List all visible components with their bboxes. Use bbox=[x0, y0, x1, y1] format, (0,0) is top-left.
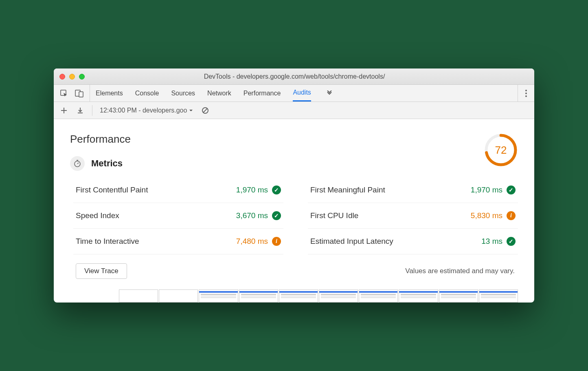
clear-icon[interactable] bbox=[201, 106, 210, 115]
window-title: DevTools - developers.google.com/web/too… bbox=[93, 73, 529, 80]
score-value: 72 bbox=[484, 133, 518, 167]
panel-tabs: Elements Console Sources Network Perform… bbox=[90, 85, 518, 102]
metric-name: Estimated Input Latency bbox=[310, 237, 393, 246]
tabbar-left-tools bbox=[54, 85, 90, 102]
metric-value: 1,970 ms✓ bbox=[471, 186, 516, 194]
kebab-menu-icon[interactable] bbox=[525, 90, 527, 97]
minimize-icon[interactable] bbox=[69, 74, 75, 80]
filmstrip-frame[interactable] bbox=[399, 289, 438, 303]
devtools-tabbar: Elements Console Sources Network Perform… bbox=[54, 85, 534, 102]
audits-toolbar: 12:43:00 PM - developers.goo bbox=[54, 102, 534, 119]
filmstrip-frame[interactable] bbox=[319, 289, 358, 303]
tab-network[interactable]: Network bbox=[207, 85, 231, 102]
metric-value: 5,830 msi bbox=[471, 211, 516, 220]
filmstrip-frame[interactable] bbox=[359, 289, 398, 303]
download-icon[interactable] bbox=[76, 106, 85, 115]
stopwatch-icon bbox=[70, 156, 85, 171]
check-icon: ✓ bbox=[507, 237, 516, 246]
check-icon: ✓ bbox=[272, 211, 281, 220]
report-selector-dropdown[interactable]: 12:43:00 PM - developers.goo bbox=[100, 107, 193, 114]
metric-name: First Meaningful Paint bbox=[310, 186, 385, 194]
report-selector-label: 12:43:00 PM - developers.goo bbox=[100, 107, 187, 114]
filmstrip-frame[interactable] bbox=[439, 289, 478, 303]
metric-row: Time to Interactive7,480 msi bbox=[73, 228, 283, 254]
info-icon: i bbox=[507, 211, 516, 220]
view-trace-button[interactable]: View Trace bbox=[76, 263, 127, 279]
metric-row: First CPU Idle5,830 msi bbox=[308, 203, 518, 228]
filmstrip-frame[interactable] bbox=[279, 289, 318, 303]
metric-row: First Meaningful Paint1,970 ms✓ bbox=[308, 177, 518, 203]
check-icon: ✓ bbox=[272, 186, 281, 194]
devtools-window: DevTools - developers.google.com/web/too… bbox=[54, 68, 534, 303]
audit-report: Performance Metrics 72 bbox=[54, 119, 534, 289]
metric-name: Time to Interactive bbox=[76, 237, 139, 246]
inspect-element-icon[interactable] bbox=[59, 89, 68, 98]
metric-value: 13 ms✓ bbox=[481, 237, 516, 246]
metric-value: 3,670 ms✓ bbox=[236, 211, 281, 220]
metric-name: First CPU Idle bbox=[310, 211, 358, 220]
metric-row: First Contentful Paint1,970 ms✓ bbox=[73, 177, 283, 203]
info-icon: i bbox=[272, 237, 281, 246]
filmstrip-frame[interactable] bbox=[119, 289, 158, 303]
footer-note: Values are estimated and may vary. bbox=[405, 267, 515, 275]
filmstrip-frame[interactable] bbox=[479, 289, 518, 303]
device-toolbar-icon[interactable] bbox=[75, 89, 84, 98]
filmstrip-frame[interactable] bbox=[159, 289, 198, 303]
metrics-grid: First Contentful Paint1,970 ms✓First Mea… bbox=[73, 177, 518, 254]
section-title: Performance bbox=[70, 133, 131, 146]
new-audit-icon[interactable] bbox=[59, 106, 68, 115]
metric-value: 1,970 ms✓ bbox=[236, 186, 281, 194]
metric-value: 7,480 msi bbox=[236, 237, 281, 246]
tab-sources[interactable]: Sources bbox=[171, 85, 195, 102]
chevron-down-icon bbox=[189, 108, 193, 113]
tab-performance[interactable]: Performance bbox=[244, 85, 281, 102]
filmstrip-frame[interactable] bbox=[199, 289, 238, 303]
tab-console[interactable]: Console bbox=[135, 85, 159, 102]
close-icon[interactable] bbox=[59, 74, 65, 80]
tab-audits[interactable]: Audits bbox=[293, 85, 311, 102]
more-tabs-icon[interactable] bbox=[323, 85, 336, 102]
maximize-icon[interactable] bbox=[79, 74, 85, 80]
svg-rect-2 bbox=[79, 92, 83, 97]
filmstrip-frame[interactable] bbox=[239, 289, 278, 303]
metric-name: First Contentful Paint bbox=[76, 186, 148, 194]
score-gauge: 72 bbox=[484, 133, 518, 167]
traffic-lights bbox=[59, 74, 85, 80]
tab-elements[interactable]: Elements bbox=[96, 85, 123, 102]
metrics-heading: Metrics bbox=[91, 158, 123, 169]
metric-name: Speed Index bbox=[76, 211, 119, 220]
check-icon: ✓ bbox=[507, 186, 516, 194]
filmstrip bbox=[54, 289, 534, 303]
metric-row: Estimated Input Latency13 ms✓ bbox=[308, 228, 518, 254]
titlebar: DevTools - developers.google.com/web/too… bbox=[54, 68, 534, 85]
metric-row: Speed Index3,670 ms✓ bbox=[73, 203, 283, 228]
